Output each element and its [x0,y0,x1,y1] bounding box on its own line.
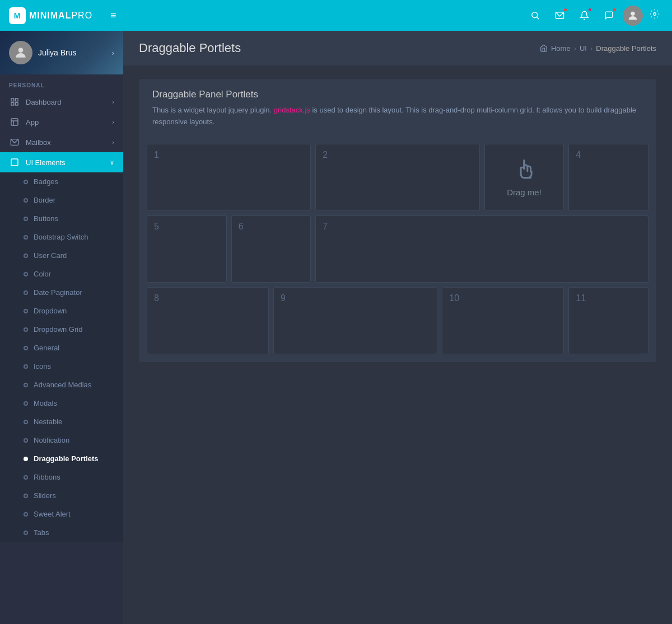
portlet-4-label: 4 [576,150,581,160]
portlet-7-label: 7 [323,222,328,232]
subitem-sliders[interactable]: Sliders [0,486,123,505]
portlet-8[interactable]: 8 [147,287,269,354]
top-navbar: M MINIMALPRO ≡ [0,0,672,31]
subitem-notification-label: Notification [34,436,69,444]
subitem-icons[interactable]: Icons [0,357,123,376]
subitem-date-paginator-label: Date Paginator [34,288,82,297]
subitem-tabs-label: Tabs [34,528,49,537]
subitem-general-label: General [34,344,59,352]
gridstack-link[interactable]: gridstack.js [274,106,310,114]
portlet-5[interactable]: 5 [147,215,227,283]
subitem-modals-label: Modals [34,399,57,407]
portlet-drag[interactable]: Drag me! [484,144,564,211]
subitem-dropdown-label: Dropdown [34,307,67,315]
subitem-dot [24,272,28,276]
dashboard-icon [9,97,20,106]
portlet-1[interactable]: 1 [147,144,311,211]
portlet-8-label: 8 [154,293,159,303]
subitem-dot [24,346,28,350]
gear-icon [650,9,660,19]
sidebar-avatar [9,41,32,64]
app-chevron: › [112,119,114,125]
chat-button[interactable] [598,5,619,26]
sidebar-profile-name: Juliya Brus [38,48,76,57]
portlet-10[interactable]: 10 [442,287,564,354]
brand-name: MINIMALPRO [29,11,92,21]
portlet-7[interactable]: 7 [315,215,648,283]
svg-rect-8 [11,102,14,105]
subitem-notification[interactable]: Notification [0,431,123,449]
main-wrapper: Juliya Brus › PERSONAL Dashboard › App › [0,31,672,624]
subitem-ribbons[interactable]: Ribbons [0,468,123,486]
main-panel: Draggable Panel Portlets Thus is a widge… [139,79,656,362]
user-avatar[interactable] [623,6,643,26]
portlets-grid: 1 2 [139,136,656,362]
sidebar-profile-chevron: › [112,49,114,57]
subitem-dot [24,254,28,258]
portlet-11[interactable]: 11 [568,287,648,354]
svg-rect-9 [15,102,18,105]
sidebar-item-app[interactable]: App › [0,112,123,132]
portlet-4[interactable]: 4 [568,144,648,211]
sidebar-item-ui-elements[interactable]: UI Elements ∨ [0,152,123,172]
breadcrumb-sep2: › [590,44,592,53]
subitem-bootstrap-switch[interactable]: Bootstrap Switch [0,228,123,246]
portlet-9[interactable]: 9 [273,287,437,354]
portlet-6[interactable]: 6 [231,215,311,283]
sidebar-item-mailbox[interactable]: Mailbox › [0,132,123,152]
subitem-dot [24,327,28,332]
subitem-general[interactable]: General [0,339,123,357]
topnav-right-actions [524,5,663,26]
chat-badge [612,7,617,12]
portlet-2-label: 2 [323,150,328,160]
sidebar-item-dashboard[interactable]: Dashboard › [0,92,123,112]
notifications-button[interactable] [573,5,595,26]
subitem-nestable[interactable]: Nestable [0,412,123,431]
hamburger-menu-button[interactable]: ≡ [106,7,121,24]
subitem-dot [24,364,28,369]
subitem-badges[interactable]: Badges [0,172,123,191]
subitem-sliders-label: Sliders [34,491,56,500]
svg-rect-10 [11,119,18,125]
settings-button[interactable] [646,6,663,25]
subitem-advanced-medias-label: Advanced Medias [34,381,91,389]
content-body: Draggable Panel Portlets Thus is a widge… [123,65,672,624]
subitem-buttons[interactable]: Buttons [0,209,123,228]
subitem-ribbons-label: Ribbons [34,473,60,481]
sidebar-item-ui-elements-label: UI Elements [26,158,66,167]
breadcrumb-current: Draggable Portlets [596,44,656,53]
subitem-dot [24,420,28,424]
mail-button[interactable] [549,5,570,26]
subitem-dropdown[interactable]: Dropdown [0,302,123,320]
subitem-sweet-alert[interactable]: Sweet Alert [0,505,123,523]
subitem-advanced-medias[interactable]: Advanced Medias [0,376,123,394]
sidebar-section-label: PERSONAL [0,74,123,92]
drag-me-label: Drag me! [507,187,542,197]
ui-subitems-list: Badges Border Buttons Bootstrap Switch U… [0,172,123,542]
subitem-tabs[interactable]: Tabs [0,523,123,542]
sidebar-profile[interactable]: Juliya Brus › [0,31,123,74]
breadcrumb: Home › UI › Draggable Portlets [540,44,656,53]
content-header: Draggable Portlets Home › UI › Draggable… [123,31,672,65]
subitem-border[interactable]: Border [0,191,123,209]
subitem-dot [24,383,28,387]
subitem-dot [24,180,28,184]
subitem-color[interactable]: Color [0,265,123,283]
search-button[interactable] [524,5,545,26]
svg-line-1 [536,17,539,20]
page-title: Draggable Portlets [139,41,241,55]
subitem-draggable-portlets[interactable]: Draggable Portlets [0,449,123,468]
subitem-user-card[interactable]: User Card [0,246,123,265]
main-content: Draggable Portlets Home › UI › Draggable… [123,31,672,624]
subitem-modals[interactable]: Modals [0,394,123,412]
chat-icon [604,11,614,20]
subitem-dot [24,309,28,313]
dashboard-chevron: › [112,98,114,105]
subitem-border-label: Border [34,196,55,204]
panel-description: Thus is a widget layout jquery plugin. g… [152,105,643,128]
subitem-date-paginator[interactable]: Date Paginator [0,283,123,302]
breadcrumb-home: Home [551,44,571,53]
portlet-2[interactable]: 2 [315,144,479,211]
subitem-dropdown-grid[interactable]: Dropdown Grid [0,320,123,339]
panel-desc-before: Thus is a widget layout jquery plugin. [152,106,274,114]
